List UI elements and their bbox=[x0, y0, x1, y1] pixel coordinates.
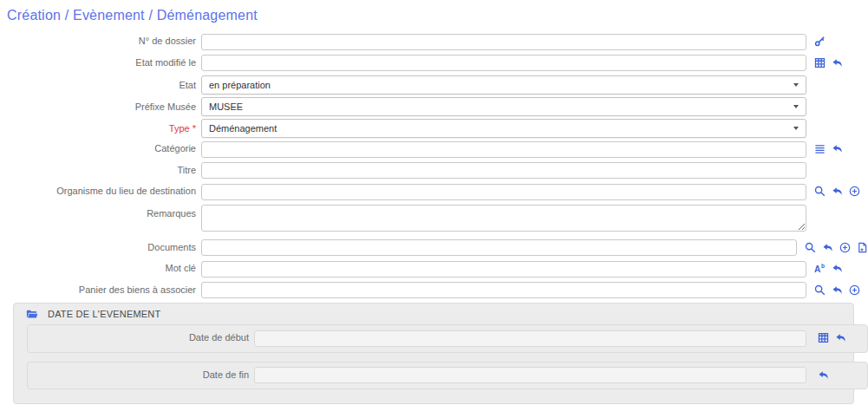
undo-icon[interactable] bbox=[831, 143, 843, 155]
mot-cle-input[interactable] bbox=[201, 261, 806, 278]
etat-modifie-le-input[interactable] bbox=[201, 55, 806, 71]
event-date-section-header[interactable]: DATE DE L'EVENEMENT bbox=[14, 308, 853, 320]
field-row-documents: Documents bbox=[0, 239, 868, 257]
section-title: DATE DE L'EVENEMENT bbox=[48, 309, 160, 319]
control-date-fin bbox=[254, 367, 806, 384]
field-actions-numero-dossier bbox=[813, 36, 826, 48]
field-row-type: Type *Déménagement bbox=[0, 119, 868, 138]
label-organisme-lieu-destination: Organisme du lieu de destination bbox=[0, 186, 196, 197]
search-icon[interactable] bbox=[804, 241, 816, 253]
field-actions-panier-biens-associer bbox=[813, 284, 860, 296]
control-remarques bbox=[201, 205, 806, 235]
control-categorie bbox=[201, 140, 806, 158]
field-row-etat-modifie-le: Etat modifié le bbox=[0, 55, 868, 72]
undo-icon[interactable] bbox=[831, 56, 843, 69]
field-row-date-debut: Date de début bbox=[27, 324, 868, 353]
field-actions-date-fin bbox=[817, 369, 829, 381]
control-numero-dossier bbox=[201, 33, 806, 50]
search-icon[interactable] bbox=[813, 284, 826, 296]
label-date-debut: Date de début bbox=[28, 332, 249, 343]
etat-select[interactable]: en préparation bbox=[201, 75, 806, 95]
label-mot-cle: Mot clé bbox=[0, 263, 196, 274]
control-titre bbox=[201, 162, 806, 180]
field-actions-mot-cle: Ab bbox=[813, 263, 843, 275]
date-fin-input bbox=[254, 367, 806, 383]
etat-selected-value: en préparation bbox=[209, 80, 271, 90]
control-etat: en préparation bbox=[201, 75, 806, 95]
undo-icon[interactable] bbox=[831, 284, 843, 296]
label-numero-dossier: N° de dossier bbox=[0, 36, 196, 47]
list-icon[interactable] bbox=[813, 143, 826, 155]
field-row-panier-biens-associer: Panier des biens à associer bbox=[0, 282, 868, 299]
label-documents: Documents bbox=[0, 242, 196, 253]
chevron-down-icon bbox=[793, 105, 799, 108]
event-date-section: DATE DE L'EVENEMENT Date de débutDate de… bbox=[13, 303, 854, 404]
file-add-icon[interactable] bbox=[856, 241, 868, 253]
field-row-etat: Etaten préparation bbox=[0, 75, 868, 95]
control-panier-biens-associer bbox=[201, 282, 806, 299]
chevron-down-icon bbox=[793, 83, 799, 87]
field-row-organisme-lieu-destination: Organisme du lieu de destination bbox=[0, 183, 868, 200]
calendar-icon[interactable] bbox=[817, 332, 829, 344]
field-actions-etat-modifie-le bbox=[813, 56, 843, 69]
key-icon[interactable] bbox=[813, 36, 826, 48]
add-circle-icon[interactable] bbox=[848, 186, 860, 198]
label-panier-biens-associer: Panier des biens à associer bbox=[0, 284, 196, 296]
main-form: N° de dossierEtat modifié leEtaten prépa… bbox=[0, 33, 868, 298]
field-row-numero-dossier: N° de dossier bbox=[0, 33, 868, 50]
field-row-remarques: Remarques bbox=[0, 205, 868, 235]
control-date-debut bbox=[254, 330, 806, 347]
numero-dossier-input[interactable] bbox=[201, 34, 806, 50]
label-etat-modifie-le: Etat modifié le bbox=[0, 57, 196, 69]
undo-icon[interactable] bbox=[831, 263, 843, 275]
control-type: Déménagement bbox=[201, 119, 806, 138]
calendar-icon[interactable] bbox=[813, 56, 826, 69]
field-row-titre: Titre bbox=[0, 162, 868, 180]
section-fields: Date de débutDate de fin bbox=[14, 324, 853, 389]
field-actions-categorie bbox=[813, 143, 843, 155]
control-prefixe-musee: MUSEE bbox=[201, 97, 806, 116]
svg-text:b: b bbox=[821, 264, 825, 270]
label-date-fin: Date de fin bbox=[28, 369, 249, 381]
svg-text:A: A bbox=[814, 265, 821, 274]
folder-open-icon bbox=[26, 308, 38, 320]
thesaurus-icon[interactable]: Ab bbox=[813, 263, 826, 275]
categorie-input[interactable] bbox=[201, 141, 806, 158]
undo-icon[interactable] bbox=[834, 332, 846, 344]
control-organisme-lieu-destination bbox=[201, 183, 806, 200]
prefixe-musee-select[interactable]: MUSEE bbox=[201, 97, 806, 116]
search-icon[interactable] bbox=[813, 186, 826, 198]
add-circle-icon[interactable] bbox=[839, 241, 851, 253]
date-debut-input bbox=[254, 330, 806, 347]
add-circle-icon[interactable] bbox=[848, 284, 860, 296]
label-prefixe-musee: Préfixe Musée bbox=[0, 101, 196, 113]
field-row-date-fin: Date de fin bbox=[27, 362, 868, 390]
field-actions-documents bbox=[804, 241, 868, 253]
label-etat: Etat bbox=[0, 80, 196, 91]
panier-biens-associer-input[interactable] bbox=[201, 282, 806, 298]
label-categorie: Catégorie bbox=[0, 143, 196, 154]
event-creation-page: Création / Evènement / Déménagement N° d… bbox=[0, 8, 868, 405]
label-titre: Titre bbox=[0, 165, 196, 176]
field-row-categorie: Catégorie bbox=[0, 140, 868, 158]
page-title: Création / Evènement / Déménagement bbox=[7, 8, 868, 23]
control-documents bbox=[201, 239, 797, 257]
chevron-down-icon bbox=[793, 127, 799, 130]
remarques-textarea[interactable] bbox=[201, 205, 806, 232]
organisme-lieu-destination-input[interactable] bbox=[201, 184, 806, 200]
label-remarques: Remarques bbox=[0, 205, 196, 219]
undo-icon[interactable] bbox=[821, 241, 833, 253]
control-etat-modifie-le bbox=[201, 55, 806, 72]
field-row-mot-cle: Mot cléAb bbox=[0, 260, 868, 278]
label-type: Type * bbox=[0, 123, 196, 134]
prefixe-musee-selected-value: MUSEE bbox=[209, 101, 243, 112]
type-selected-value: Déménagement bbox=[209, 123, 277, 134]
titre-input[interactable] bbox=[201, 162, 806, 179]
documents-input[interactable] bbox=[201, 239, 797, 256]
undo-icon[interactable] bbox=[831, 186, 843, 198]
field-actions-organisme-lieu-destination bbox=[813, 186, 860, 198]
control-mot-cle bbox=[201, 260, 806, 278]
type-select[interactable]: Déménagement bbox=[201, 119, 806, 138]
undo-icon[interactable] bbox=[817, 369, 829, 381]
field-row-prefixe-musee: Préfixe MuséeMUSEE bbox=[0, 97, 868, 116]
